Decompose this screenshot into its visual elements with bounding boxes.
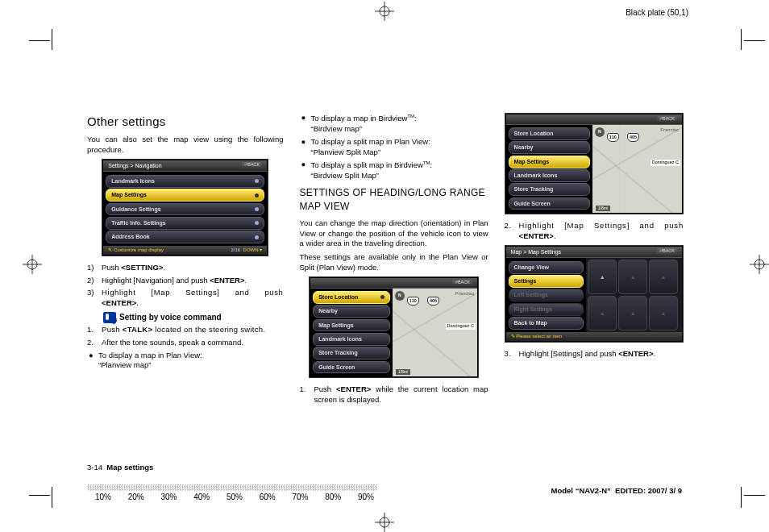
map-preview: N Francisq 110 405 Dominguez C 1/8mi	[393, 289, 477, 376]
map-dest-label: Dominguez C	[446, 323, 476, 330]
content-area: Other settings You can also set the map …	[87, 113, 684, 435]
menu-item-highlighted: Store Location	[313, 291, 390, 304]
voice-command-heading: Setting by voice command	[103, 312, 283, 323]
map-city-label: Francisq	[455, 290, 474, 297]
menu-item: Nearby	[313, 305, 390, 318]
menu-item-disabled: Right Settings	[509, 303, 584, 316]
footer-hint: Please select an item	[516, 334, 562, 339]
menu-item: Back to Map	[509, 317, 584, 330]
voice-commands-bullets: ●To display a map in Plan View:“Planview…	[87, 351, 283, 372]
down-label: DOWN	[243, 247, 259, 252]
route-shields: 110 405	[607, 133, 639, 143]
voice-icon	[103, 312, 116, 323]
manual-page: Black plate (50,1) Other settings You ca…	[0, 0, 769, 532]
arrow-icon: ▲	[588, 260, 617, 294]
view-preview-grid: ▲ ▲ ▲ ▲ ▲ ▲	[586, 258, 682, 332]
menu-list: Store Location Nearby Map Settings Landm…	[310, 289, 393, 376]
menu-item: Landmark Icons	[106, 175, 264, 188]
arrow-icon: ▲	[588, 296, 617, 330]
menu-item: Guide Screen	[509, 197, 590, 210]
menu-item-highlighted: Map Settings	[509, 156, 590, 168]
procedure-list: 1)Push <SETTING>. 2)Highlight [Navigatio…	[87, 263, 283, 309]
heading-other-settings: Other settings	[87, 113, 283, 130]
breadcrumb: Map > Map Settings	[511, 248, 561, 256]
breadcrumb: Settings > Navigation	[108, 162, 161, 170]
paragraph: You can change the map direction (orient…	[299, 218, 488, 249]
registration-target	[375, 513, 394, 532]
procedure-list: 2.Highlight [Map Settings] and push <ENT…	[505, 221, 684, 242]
map-preview: N Francisc 110 405 Dominguez C 1/8mi	[592, 125, 682, 213]
pager: 2/16	[231, 247, 241, 252]
menu-item-highlighted: Settings	[509, 275, 584, 288]
menu-item-disabled: Left Settings	[509, 289, 584, 301]
procedure-list: 1.Push <ENTER> while the current locatio…	[299, 384, 488, 405]
menu-item: Landmark Icons	[313, 333, 390, 346]
menu-list: Landmark Icons Map Settings Guidance Set…	[103, 172, 267, 246]
menu-item: Store Tracking	[509, 183, 590, 196]
model-edited-footer: Model “NAV2-N” EDITED: 2007/ 3/ 9	[551, 486, 682, 495]
route-shields: 110 405	[407, 297, 439, 306]
back-button: ⏎BACK	[242, 162, 262, 170]
heading-settings-of-heading: SETTINGS OF HEADING/LONG RANGE MAP VIEW	[299, 186, 488, 214]
nav-screenshot-map-settings-highlight: ⏎BACK Store Location Nearby Map Settings…	[505, 113, 684, 214]
procedure-list: 3.Highlight [Settings] and push <ENTER>.	[505, 349, 684, 360]
column-1: Other settings You can also set the map …	[87, 113, 283, 435]
menu-item: Store Tracking	[313, 347, 390, 360]
compass-icon: N	[395, 291, 405, 301]
crop-mark	[52, 29, 52, 50]
page-footer: 3-14 Map settings	[87, 463, 153, 472]
map-scale: 1/8mi	[396, 369, 410, 375]
column-3: ⏎BACK Store Location Nearby Map Settings…	[505, 113, 684, 435]
menu-item: Nearby	[509, 141, 590, 154]
density-labels: 10% 20% 30% 40% 50% 60% 70% 80% 90%	[87, 491, 377, 501]
menu-item: Guide Screen	[313, 361, 390, 374]
menu-list: Change View Settings Left Settings Right…	[506, 258, 587, 332]
menu-item: Map Settings	[313, 319, 390, 332]
crop-mark	[741, 487, 742, 508]
column-2: ●To display a map in BirdviewTM:“Birdvie…	[299, 113, 488, 435]
voice-commands-bullets-continued: ●To display a map in BirdviewTM:“Birdvie…	[299, 113, 488, 181]
menu-item: Store Location	[509, 127, 590, 140]
compass-icon: N	[595, 127, 605, 137]
menu-list: Store Location Nearby Map Settings Landm…	[506, 125, 592, 213]
crop-mark	[52, 487, 52, 508]
nav-screenshot-map-map-settings: Map > Map Settings ⏎BACK Change View Set…	[505, 245, 684, 343]
menu-item: Landmark Icons	[509, 169, 590, 182]
map-city-label: Francisc	[660, 127, 679, 133]
nav-screenshot-settings-navigation: Settings > Navigation ⏎BACK Landmark Ico…	[102, 159, 268, 256]
registration-target	[750, 255, 769, 277]
menu-item: Guidance Settings	[106, 203, 264, 216]
arrow-icon: ▲	[649, 296, 678, 330]
menu-item: Address Book	[106, 231, 264, 243]
back-button: ⏎BACK	[657, 248, 677, 256]
voice-procedure-list: 1.Push <TALK> located on the steering sw…	[87, 325, 283, 348]
back-button: ⏎BACK	[452, 280, 472, 286]
density-calibration-bar: 10% 20% 30% 40% 50% 60% 70% 80% 90%	[87, 484, 377, 501]
back-button: ⏎BACK	[657, 116, 677, 123]
menu-item: Change View	[509, 261, 584, 274]
intro-paragraph: You can also set the map view using the …	[87, 135, 283, 156]
menu-item: Traffic Info. Settings	[106, 217, 264, 230]
plate-label: Black plate (50,1)	[626, 8, 688, 17]
footer-hint: Customize map display	[114, 247, 164, 252]
crop-mark	[741, 29, 742, 50]
registration-target	[23, 255, 42, 277]
registration-target	[375, 2, 394, 24]
map-scale: 1/8mi	[596, 206, 610, 211]
map-dest-label: Dominguez C	[651, 160, 680, 166]
arrow-icon: ▲	[649, 260, 678, 294]
nav-screenshot-map-popup: ⏎BACK Store Location Nearby Map Settings…	[309, 276, 479, 378]
menu-item-highlighted: Map Settings	[106, 189, 264, 202]
arrow-icon: ▲	[618, 296, 647, 330]
paragraph: These settings are available only in the…	[299, 252, 488, 273]
arrow-icon: ▲	[618, 260, 647, 294]
